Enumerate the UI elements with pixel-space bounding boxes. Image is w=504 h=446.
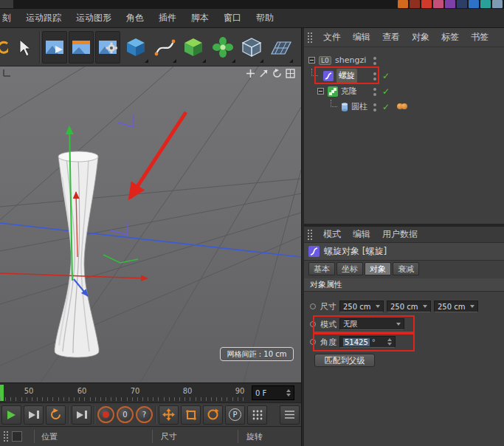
snap-grid-button[interactable] [247, 405, 267, 425]
anim-dot-icon[interactable] [310, 303, 316, 309]
autokey-label: 0 [122, 411, 127, 419]
menu-character[interactable]: 角色 [119, 9, 151, 27]
titlebar-app-icon [410, 0, 420, 8]
toggle-view-icon[interactable] [285, 68, 295, 78]
enabled-check-icon[interactable]: ✓ [382, 100, 390, 114]
spline-pen-icon[interactable] [151, 30, 178, 64]
tab-coordinates[interactable]: 坐标 [336, 262, 363, 275]
render-picture-viewer-icon[interactable] [69, 31, 94, 64]
timeline-ruler[interactable]: 50 60 70 80 90 0 F [0, 382, 301, 402]
fit-to-parent-button[interactable]: 匹配到父级 [314, 354, 375, 367]
om-menu-objects[interactable]: 对象 [406, 31, 435, 44]
goto-end-button[interactable] [72, 405, 92, 425]
menu-script[interactable]: 脚本 [184, 9, 216, 27]
twist-deformer-icon [308, 246, 320, 257]
enabled-check-icon[interactable]: ✓ [382, 84, 390, 99]
om-menu-edit[interactable]: 编辑 [347, 31, 376, 44]
render-settings-icon[interactable] [95, 31, 120, 64]
titlebar-icons [398, 0, 503, 8]
menu-sculpt[interactable]: 刻 [0, 9, 18, 27]
workplane-icon[interactable] [266, 30, 294, 64]
size-y-field[interactable]: 250 cm [387, 301, 431, 312]
pan-icon[interactable] [245, 68, 255, 78]
titlebar-app-icon [0, 0, 13, 8]
viewport-canvas[interactable] [0, 66, 301, 382]
annotation-box-helix [314, 66, 379, 84]
statusbar-separator [238, 430, 238, 443]
titlebar-app-icon [480, 0, 491, 8]
am-menu-userdata[interactable]: 用户数据 [376, 228, 424, 241]
viewport-background[interactable] [0, 66, 301, 382]
tab-falloff[interactable]: 衰减 [393, 262, 419, 275]
cloner-icon [328, 86, 338, 97]
enabled-check-icon[interactable]: ✓ [382, 69, 390, 83]
add-cube-icon[interactable] [122, 30, 150, 64]
visibility-dots-icon[interactable] [373, 88, 376, 96]
object-name-shengzi[interactable]: shengzi [335, 53, 366, 68]
object-name-cylinder[interactable]: 圆柱 [351, 100, 367, 114]
statusbar-separator [34, 430, 35, 443]
statusbar-grip[interactable] [3, 430, 9, 442]
attribute-manager-grip[interactable] [307, 229, 313, 241]
om-menu-view[interactable]: 查看 [376, 31, 406, 44]
tree-row-cylinder[interactable]: 圆柱 ✓ [304, 100, 504, 114]
autokey-button[interactable]: 0 [117, 406, 134, 423]
expander-icon[interactable] [317, 88, 324, 95]
status-position-label: 位置 [41, 431, 58, 442]
titlebar-app-icon [445, 0, 455, 8]
selection-tool-icon[interactable] [10, 30, 38, 64]
om-menu-file[interactable]: 文件 [317, 31, 347, 44]
titlebar-strip [0, 0, 504, 9]
mograph-icon[interactable] [209, 30, 237, 64]
tab-basic[interactable]: 基本 [308, 262, 335, 275]
menu-window[interactable]: 窗口 [216, 9, 249, 27]
layer-badge: L0 [319, 56, 331, 65]
zoom-icon[interactable] [258, 68, 269, 78]
menu-help[interactable]: 帮助 [249, 9, 281, 27]
titlebar-app-icon [469, 0, 479, 8]
play-button[interactable] [1, 405, 21, 425]
next-frame-button[interactable] [24, 405, 44, 425]
om-menu-bookmarks[interactable]: 书签 [465, 31, 494, 44]
layout-button[interactable] [280, 405, 300, 425]
titlebar-app-icon [398, 0, 408, 8]
current-frame-field[interactable]: 0 F [252, 385, 294, 400]
timeline-tick: 70 [126, 387, 144, 395]
frame-spinner[interactable] [286, 389, 291, 397]
keyframe-help-button[interactable]: ? [136, 406, 153, 423]
deformer-icon[interactable] [238, 30, 265, 64]
object-name-cloner[interactable]: 克隆 [341, 84, 357, 99]
object-manager-grip[interactable] [307, 32, 313, 44]
scale-tool-button[interactable] [181, 405, 201, 425]
tab-object[interactable]: 对象 [365, 262, 391, 275]
tree-row-cloner[interactable]: 克隆 ✓ [304, 84, 504, 99]
menu-mograph[interactable]: 运动图形 [69, 9, 119, 27]
menu-plugins[interactable]: 插件 [151, 9, 184, 27]
object-tag-icon[interactable] [398, 103, 407, 109]
transport-separator [155, 406, 156, 424]
tree-row-shengzi[interactable]: L0 shengzi [304, 53, 504, 68]
om-menu-tags[interactable]: 标签 [435, 31, 465, 44]
grid-spacing-label: 网格间距 : 10 cm [220, 347, 294, 361]
coord-system-label: P [229, 408, 241, 421]
coord-system-button[interactable]: P [225, 405, 245, 425]
size-x-value: 250 cm [343, 303, 371, 311]
undo-icon[interactable] [0, 30, 8, 64]
rotate-tool-button[interactable] [203, 405, 223, 425]
loop-button[interactable] [46, 405, 66, 425]
subdivision-surface-icon[interactable] [179, 30, 207, 64]
rotate-view-icon[interactable] [272, 68, 282, 78]
visibility-dots-icon[interactable] [373, 103, 376, 112]
render-view-icon[interactable] [42, 31, 67, 64]
record-keyframe-button[interactable] [97, 406, 114, 423]
am-menu-edit[interactable]: 编辑 [347, 228, 376, 241]
viewport[interactable]: 网格间距 : 10 cm [0, 66, 301, 382]
menu-motion-tracking[interactable]: 运动跟踪 [18, 9, 69, 27]
visibility-dots-icon[interactable] [373, 57, 376, 65]
move-tool-button[interactable] [159, 405, 179, 425]
size-x-field[interactable]: 250 cm [339, 301, 384, 312]
size-y-value: 250 cm [390, 303, 418, 311]
expander-icon[interactable] [308, 57, 315, 64]
am-menu-mode[interactable]: 模式 [317, 228, 347, 241]
size-z-field[interactable]: 250 cm [434, 301, 478, 312]
